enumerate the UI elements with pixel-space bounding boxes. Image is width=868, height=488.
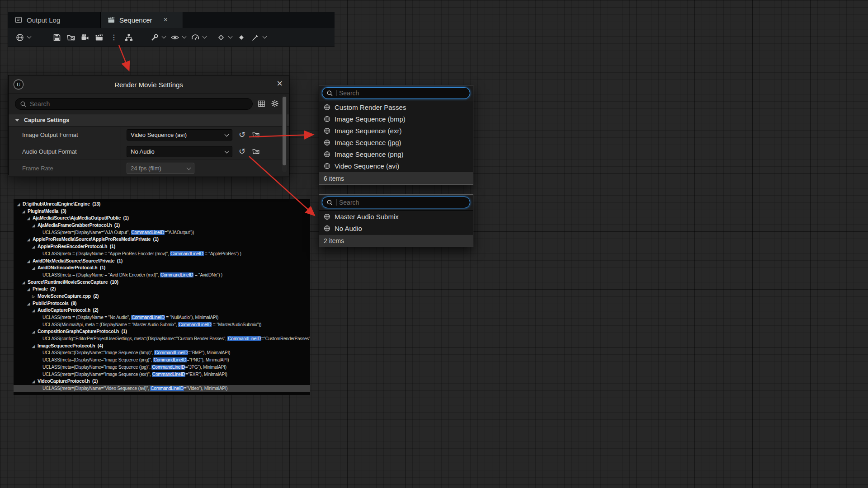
tree-node[interactable]: ◢VideoCaptureProtocol.h (1) [14, 378, 310, 385]
dialog-scrollbar[interactable] [282, 95, 287, 172]
expanded-triangle-icon: ◢ [32, 328, 38, 335]
tree-node[interactable]: ◢Private (2) [14, 286, 310, 293]
tree-node[interactable]: ◢AudioCaptureProtocol.h (2) [14, 307, 310, 314]
result-line[interactable]: UCLASS(meta=(DisplayName="AJA Output", C… [14, 229, 310, 236]
list-item[interactable]: Image Sequence (bmp) [319, 113, 473, 125]
hierarchy-button[interactable] [123, 32, 134, 43]
view-options-button[interactable] [170, 32, 187, 43]
tree-node[interactable]: ◢CompositionGraphCaptureProtocol.h (1) [14, 328, 310, 335]
image-output-format-dropdown[interactable]: Video Sequence (avi) [127, 129, 232, 141]
result-line[interactable]: UCLASS(meta = (DisplayName = "Avid DNx E… [14, 272, 310, 279]
search-icon [20, 101, 27, 108]
list-item[interactable]: Image Sequence (jpg) [319, 136, 473, 148]
line-text: AjaMediaFrameGrabberProtocol.h (1) [38, 222, 120, 228]
more-options-button[interactable]: ⋮ [108, 32, 120, 42]
list-item[interactable]: Image Sequence (png) [319, 148, 473, 160]
result-line[interactable]: UCLASS(meta=(DisplayName="Image Sequence… [14, 349, 310, 357]
line-text: AvidDNxMedia\Source\Source\Private (1) [33, 258, 123, 263]
render-movie-button[interactable] [94, 32, 104, 43]
world-options-button[interactable] [14, 32, 32, 43]
search-icon [326, 90, 333, 97]
setting-label: Audio Output Format [9, 148, 121, 155]
diamond-outline-icon [217, 33, 226, 42]
result-line[interactable]: UCLASS(meta = (DisplayName = "Apple ProR… [14, 250, 310, 258]
browse-asset-icon[interactable] [252, 147, 260, 155]
line-text: D:\github\UnrealEngine\Engine (13) [23, 201, 100, 206]
keying-options-button[interactable] [216, 32, 233, 43]
result-line[interactable]: UCLASS(meta=(DisplayName="Video Sequence… [14, 385, 310, 392]
list-item-label: Master Audio Submix [335, 213, 399, 221]
eye-icon [170, 33, 179, 42]
browse-asset-icon[interactable] [252, 131, 260, 139]
capture-settings-section-header[interactable]: Capture Settings [9, 114, 289, 127]
auto-key-button[interactable] [236, 32, 247, 43]
tree-node[interactable]: ◢AjaMediaFrameGrabberProtocol.h (1) [14, 222, 310, 229]
list-item[interactable]: No Audio [319, 222, 473, 234]
search-highlight: CommandLineID [150, 386, 184, 391]
result-line[interactable]: UCLASS(meta=(DisplayName="Image Sequence… [14, 371, 310, 378]
tab-bar-filler [183, 12, 335, 28]
expanded-triangle-icon: ◢ [27, 215, 33, 222]
result-line[interactable]: UCLASS(meta = (DisplayName = "No Audio",… [14, 314, 310, 321]
clapperboard-icon [94, 33, 104, 42]
actions-button[interactable] [149, 32, 166, 43]
popup-search-row: Search [319, 195, 473, 211]
tab-label: Output Log [27, 16, 60, 24]
line-text: UCLASS(meta = (DisplayName = "Apple ProR… [42, 251, 241, 256]
chevron-down-icon [187, 165, 191, 170]
option-list: Custom Render PassesImage Sequence (bmp)… [319, 101, 473, 172]
result-line[interactable]: UCLASS(meta=(DisplayName="Image Sequence… [14, 357, 310, 364]
line-text: UCLASS(meta=(DisplayName="Image Sequence… [42, 365, 226, 370]
curve-options-button[interactable] [250, 32, 267, 43]
close-dialog-icon[interactable]: × [277, 78, 283, 89]
search-input[interactable]: Search [322, 87, 470, 99]
search-highlight: CommandLineID [131, 315, 165, 320]
result-line[interactable]: UCLASS(config=EditorPerProjectUserSettin… [14, 335, 310, 343]
dropdown-value: Video Sequence (avi) [131, 131, 187, 138]
search-input[interactable]: Search [322, 197, 470, 208]
tree-node[interactable]: ◢D:\github\UnrealEngine\Engine (13) [14, 201, 310, 208]
scrollbar-thumb[interactable] [283, 97, 286, 165]
settings-gear-icon[interactable] [270, 99, 279, 108]
tab-output-log[interactable]: Output Log [8, 12, 101, 28]
text-caret [336, 199, 336, 206]
section-label: Capture Settings [24, 117, 69, 123]
tree-node[interactable]: ◢AvidDNxMedia\Source\Source\Private (1) [14, 258, 310, 265]
tree-node[interactable]: ◢ImageSequenceProtocol.h (4) [14, 343, 310, 350]
list-item[interactable]: Image Sequence (exr) [319, 125, 473, 136]
dialog-title-bar[interactable]: U Render Movie Settings × [9, 75, 289, 94]
close-tab-icon[interactable]: × [164, 16, 168, 23]
tree-node[interactable]: ◢AvidDNxEncoderProtocol.h (1) [14, 264, 310, 272]
search-input[interactable]: Search [15, 98, 253, 110]
line-text: AppleProResEncoderProtocol.h (1) [38, 244, 115, 249]
settings-grid-icon[interactable] [257, 99, 266, 108]
save-icon [52, 33, 61, 42]
line-text: AppleProResMedia\Source\AppleProResMedia… [33, 236, 159, 242]
result-line[interactable]: UCLASS(MinimalApi, meta = (DisplayName =… [14, 321, 310, 328]
use-selected-asset-icon[interactable]: ↺ [239, 131, 245, 139]
use-selected-asset-icon[interactable]: ↺ [239, 147, 245, 155]
save-button[interactable] [52, 32, 62, 43]
audio-output-format-dropdown[interactable]: No Audio [127, 146, 232, 157]
tree-node[interactable]: ◢Plugins\Media (3) [14, 208, 310, 215]
playback-options-button[interactable] [190, 32, 207, 43]
search-placeholder: Search [339, 199, 359, 206]
find-in-content-browser-button[interactable] [66, 32, 76, 43]
list-item[interactable]: Video Sequence (avi) [319, 160, 473, 172]
dialog-search-row: Search [9, 94, 289, 114]
tree-node[interactable]: ◢AjaMedia\Source\AjaMediaOutput\Public (… [14, 215, 310, 222]
tree-node[interactable]: ◢Public\Protocols (8) [14, 300, 310, 307]
tree-node[interactable]: ◢AppleProResEncoderProtocol.h (1) [14, 243, 310, 250]
tree-node[interactable]: ◢AppleProResMedia\Source\AppleProResMedi… [14, 236, 310, 243]
list-item[interactable]: Master Audio Submix [319, 211, 473, 222]
expanded-triangle-icon: ◢ [32, 343, 38, 350]
tree-node[interactable]: ▷MovieSceneCapture.cpp (2) [14, 293, 310, 300]
list-item[interactable]: Custom Render Passes [319, 101, 473, 113]
result-line[interactable]: UCLASS(meta=(DisplayName="Image Sequence… [14, 364, 310, 371]
find-results-tree: ◢D:\github\UnrealEngine\Engine (13)◢Plug… [14, 201, 310, 392]
tree-node[interactable]: ◢Source\Runtime\MovieSceneCapture (10) [14, 279, 310, 286]
tab-sequencer[interactable]: Sequencer × [101, 12, 183, 28]
list-item-label: Image Sequence (png) [335, 150, 404, 158]
popup-search-row: Search [319, 85, 473, 101]
create-camera-button[interactable] [80, 32, 90, 43]
